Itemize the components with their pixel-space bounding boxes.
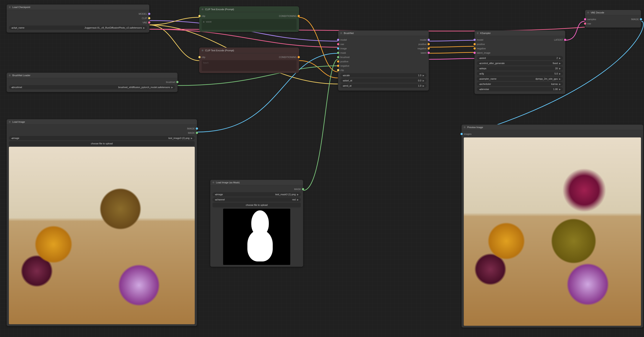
steps-widget[interactable]: ◀steps20▶ (477, 66, 563, 70)
collapse-dot-icon[interactable] (202, 49, 204, 51)
arrow-right-icon[interactable]: ▶ (559, 72, 561, 75)
node-brushnet-loader[interactable]: BrushNet Loader brushnet ◀ brushnet brus… (6, 72, 178, 92)
port-negative-in[interactable] (337, 65, 339, 67)
collapse-dot-icon[interactable] (202, 8, 204, 10)
arrow-left-icon[interactable]: ◀ (342, 85, 344, 87)
arrow-left-icon[interactable]: ◀ (479, 78, 481, 80)
collapse-dot-icon[interactable] (9, 121, 10, 123)
port-latent-in[interactable] (474, 52, 476, 54)
port-clip-in[interactable] (198, 56, 200, 58)
port-vae-in[interactable] (337, 43, 339, 45)
port-images-in[interactable] (460, 133, 463, 135)
node-header[interactable]: VAE Decode (585, 10, 641, 15)
channel-widget[interactable]: ◀ channel red ▶ (212, 197, 301, 202)
node-load-mask[interactable]: Load Image (as Mask) MASK ◀ image test_m… (210, 180, 303, 267)
arrow-right-icon[interactable]: ▶ (559, 67, 561, 70)
arrow-left-icon[interactable]: ◀ (479, 83, 481, 85)
mask-file-widget[interactable]: ◀ image test_mask3 (1).png ▶ (212, 192, 301, 197)
brushnet-path-widget[interactable]: ◀ brushnet brushnet_xl/diffusion_pytorch… (9, 85, 175, 89)
port-negative-out[interactable] (428, 47, 430, 49)
port-model-out[interactable] (148, 13, 150, 15)
port-image-out[interactable] (640, 18, 642, 20)
node-ksampler[interactable]: KSampler modelLATENT positive negative l… (474, 30, 565, 94)
control-after-widget[interactable]: ◀control_after_generatefixed▶ (477, 61, 563, 65)
collapse-dot-icon[interactable] (212, 182, 214, 183)
port-brushnet-out[interactable] (176, 81, 178, 83)
port-positive-in[interactable] (474, 43, 476, 45)
arrow-right-icon[interactable]: ▶ (559, 62, 561, 64)
arrow-left-icon[interactable]: ◀ (11, 27, 13, 29)
port-positive-out[interactable] (428, 43, 430, 45)
arrow-left-icon[interactable]: ◀ (479, 62, 481, 64)
port-brushnet-in[interactable] (337, 56, 339, 58)
upload-button[interactable]: choose file to upload (9, 141, 195, 146)
node-header[interactable]: CLIP Text Encode (Prompt) (200, 7, 299, 12)
collapse-dot-icon[interactable] (9, 6, 10, 8)
arrow-right-icon[interactable]: ▶ (297, 193, 299, 196)
port-conditioning-out[interactable] (298, 56, 300, 58)
arrow-right-icon[interactable]: ▶ (422, 74, 424, 77)
scheduler-widget[interactable]: ◀schedulerkarras▶ (477, 82, 563, 86)
node-header[interactable]: BrushNet (338, 30, 429, 36)
node-vae-decode[interactable]: VAE Decode samplesIMAGE vae (585, 10, 641, 28)
arrow-right-icon[interactable]: ▶ (422, 79, 424, 82)
end-at-widget[interactable]: ◀end_at1.0▶ (340, 83, 426, 88)
arrow-left-icon[interactable]: ◀ (342, 74, 344, 77)
prompt-textarea[interactable]: text (202, 60, 296, 71)
arrow-right-icon[interactable]: ▶ (143, 27, 145, 29)
image-file-widget[interactable]: ◀ image test_image3 (2).png ▶ (9, 136, 195, 140)
node-load-checkpoint[interactable]: Load Checkpoint MODEL CLIP VAE ◀ ckpt_na… (6, 4, 150, 33)
port-mask-out[interactable] (196, 132, 198, 134)
arrow-right-icon[interactable]: ▶ (297, 198, 299, 201)
port-image-in[interactable] (337, 47, 339, 49)
node-preview-image[interactable]: Preview Image images (462, 124, 643, 328)
port-vae-in[interactable] (584, 22, 586, 25)
collapse-dot-icon[interactable] (9, 74, 10, 76)
arrow-left-icon[interactable]: ◀ (215, 198, 216, 201)
node-header[interactable]: Load Checkpoint (7, 4, 149, 10)
arrow-right-icon[interactable]: ▶ (559, 88, 561, 90)
port-latent-out[interactable] (428, 52, 430, 54)
denoise-widget[interactable]: ◀denoise1.00▶ (477, 87, 563, 91)
arrow-right-icon[interactable]: ▶ (171, 86, 173, 88)
ckpt-name-widget[interactable]: ◀ ckpt_name Juggernaut-XL_v9_RunDiffusio… (9, 25, 147, 30)
scale-widget[interactable]: ◀scale1.0▶ (340, 73, 426, 77)
port-clip-in[interactable] (198, 15, 200, 17)
collapse-dot-icon[interactable] (464, 126, 466, 128)
arrow-left-icon[interactable]: ◀ (479, 67, 481, 70)
port-positive-in[interactable] (337, 60, 339, 62)
node-header[interactable]: KSampler (474, 30, 565, 36)
port-clip-in[interactable] (337, 69, 339, 71)
arrow-left-icon[interactable]: ◀ (479, 57, 481, 59)
port-model-in[interactable] (474, 39, 476, 41)
collapse-dot-icon[interactable] (340, 32, 342, 34)
arrow-left-icon[interactable]: ◀ (11, 137, 13, 139)
node-header[interactable]: BrushNet Loader (7, 73, 178, 78)
arrow-right-icon[interactable]: ▶ (422, 85, 424, 87)
node-load-image[interactable]: Load Image IMAGE MASK ◀ image test_image… (6, 119, 197, 326)
port-samples-in[interactable] (584, 18, 586, 20)
port-image-out[interactable] (196, 127, 198, 130)
arrow-left-icon[interactable]: ◀ (479, 72, 481, 75)
start-at-widget[interactable]: ◀start_at0.0▶ (340, 78, 426, 83)
arrow-left-icon[interactable]: ◀ (479, 88, 481, 90)
port-mask-in[interactable] (337, 52, 339, 54)
node-header[interactable]: CLIP Text Encode (Prompt) (200, 48, 299, 53)
arrow-right-icon[interactable]: ▶ (559, 57, 561, 59)
node-header[interactable]: Load Image (7, 119, 197, 125)
node-clip-negative[interactable]: CLIP Text Encode (Prompt) clip CONDITION… (199, 48, 299, 73)
node-brushnet[interactable]: BrushNet modelmodel vaepositive imageneg… (338, 30, 429, 91)
cfg-widget[interactable]: ◀cfg5.0▶ (477, 71, 563, 76)
arrow-left-icon[interactable]: ◀ (342, 79, 344, 82)
arrow-right-icon[interactable]: ▶ (559, 78, 561, 80)
arrow-left-icon[interactable]: ◀ (215, 193, 216, 196)
port-model-out[interactable] (428, 39, 430, 41)
node-header[interactable]: Load Image (as Mask) (210, 180, 303, 185)
arrow-left-icon[interactable]: ◀ (11, 86, 13, 88)
seed-widget[interactable]: ◀seed2▶ (477, 56, 563, 60)
port-vae-out[interactable] (148, 21, 150, 23)
upload-button[interactable]: choose file to upload (212, 203, 301, 207)
arrow-right-icon[interactable]: ▶ (191, 137, 192, 139)
port-latent-out[interactable] (564, 39, 566, 41)
sampler-name-widget[interactable]: ◀sampler_namedpmpp_2m_sde_gpu▶ (477, 77, 563, 81)
